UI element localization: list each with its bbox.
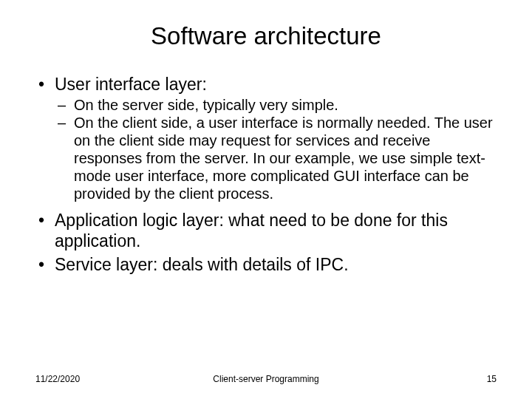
slide-footer: 11/22/2020 Client-server Programming 15 [0,374,532,384]
bullet-list: User interface layer: On the server side… [35,74,497,275]
footer-date: 11/22/2020 [35,374,80,384]
bullet-item: Application logic layer: what need to be… [35,210,497,251]
sub-bullet-item: On the client side, a user interface is … [55,114,497,202]
bullet-text: Service layer: deals with details of IPC… [55,255,349,274]
bullet-item: Service layer: deals with details of IPC… [35,254,497,275]
sub-bullet-text: On the client side, a user interface is … [74,115,493,202]
bullet-text: User interface layer: [55,75,207,94]
footer-page-number: 15 [487,374,497,384]
slide: Software architecture User interface lay… [0,0,532,399]
sub-bullet-list: On the server side, typically very simpl… [55,96,497,202]
slide-title: Software architecture [35,22,497,50]
footer-title: Client-server Programming [213,374,318,384]
bullet-item: User interface layer: On the server side… [35,74,497,202]
slide-body: User interface layer: On the server side… [35,74,497,275]
sub-bullet-item: On the server side, typically very simpl… [55,96,497,114]
bullet-text: Application logic layer: what need to be… [55,211,448,250]
sub-bullet-text: On the server side, typically very simpl… [74,97,338,113]
